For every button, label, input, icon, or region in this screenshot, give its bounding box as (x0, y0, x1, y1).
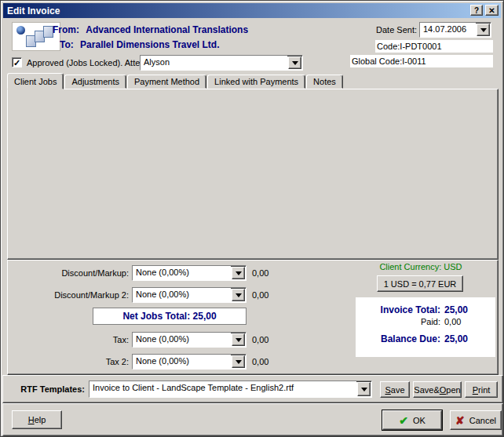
chevron-down-icon (236, 293, 242, 300)
discount-markup-dropdown-button[interactable] (232, 267, 245, 279)
title-bar: Edit Invoice (3, 3, 501, 18)
discount-markup2-dropdown-button[interactable] (232, 289, 245, 301)
tax2-combobox[interactable]: None (0,00%) (132, 354, 247, 370)
to-value: Parallel Dimensions Travel Ltd. (80, 39, 219, 50)
client-jobs-tab-page (7, 89, 499, 260)
rtf-template-dropdown-button[interactable] (357, 382, 371, 396)
chevron-down-icon (236, 360, 242, 367)
paid-value: 0,00 (440, 316, 461, 328)
chevron-down-icon (292, 61, 298, 68)
from-line: From: Advanced International Translation… (53, 24, 248, 35)
discount-markup-label: Discount/Markup: (7, 268, 129, 278)
tax-label: Tax: (7, 335, 129, 344)
invoice-total-value: 25,00 (440, 304, 468, 316)
attention-value: Alyson (141, 56, 287, 70)
print-button[interactable]: Print (465, 381, 498, 398)
from-label: From: (53, 24, 79, 35)
invoice-totals-box: Invoice Total: 25,00 Paid: 0,00 Balance … (356, 297, 495, 357)
check-icon: ✓ (13, 59, 20, 67)
client-currency-label: Client Currency: USD (346, 262, 495, 271)
discount-markup-value: None (0,00%) (133, 266, 231, 280)
exchange-rate-button[interactable]: 1 USD = 0,77 EUR (377, 275, 463, 292)
discount-markup2-value: None (0,00%) (133, 288, 231, 302)
window-close-button[interactable]: ✕ (485, 5, 499, 16)
chevron-down-icon (236, 338, 242, 345)
tax2-value: None (0,00%) (133, 355, 231, 369)
invoice-code-field[interactable]: Code:I-PDT0001 (375, 40, 493, 53)
discount-markup2-amount: 0,00 (252, 290, 268, 300)
date-sent-label: Date Sent: (331, 25, 417, 35)
rtf-template-combobox[interactable]: Invoice to Client - LandScape Template -… (89, 381, 372, 398)
window-title: Edit Invoice (7, 5, 60, 16)
save-and-open-button[interactable]: Save&Open (413, 381, 462, 398)
help-button[interactable]: Help (12, 410, 62, 429)
rtf-templates-label: RTF Templates: (7, 384, 85, 394)
date-sent-combobox[interactable]: 14.07.2006 (419, 22, 491, 38)
balance-due-value: 25,00 (440, 333, 468, 345)
chevron-down-icon (236, 271, 242, 279)
chevron-down-icon (480, 28, 487, 35)
tax2-amount: 0,00 (252, 357, 268, 366)
to-line: To: Parallel Dimensions Travel Ltd. (60, 39, 220, 50)
approved-checkbox[interactable]: ✓ (12, 57, 22, 67)
chevron-down-icon (361, 388, 367, 395)
to-label: To: (60, 39, 74, 50)
paid-label: Paid: (356, 316, 440, 328)
global-code-field[interactable]: Global Code:I-0011 (350, 55, 493, 67)
ok-button[interactable]: ✔ OK (382, 410, 442, 430)
cancel-label: Cancel (469, 416, 496, 425)
attention-dropdown-button[interactable] (288, 56, 301, 69)
discount-markup-amount: 0,00 (252, 268, 268, 278)
save-button[interactable]: Save (380, 381, 410, 398)
date-sent-value: 14.07.2006 (420, 23, 476, 37)
tab-adjustments[interactable]: Adjustments (64, 75, 126, 89)
balance-due-line: Balance Due: 25,00 (356, 333, 495, 345)
tab-notes[interactable]: Notes (306, 75, 343, 89)
date-sent-dropdown-button[interactable] (477, 24, 490, 36)
tax-amount: 0,00 (252, 335, 268, 344)
close-icon: ✕ (488, 6, 495, 15)
tab-linked-with-payments[interactable]: Linked with Payments (207, 75, 305, 89)
net-jobs-total-box: Net Jobs Total: 25,00 (93, 308, 247, 325)
tax-combobox[interactable]: None (0,00%) (132, 332, 247, 348)
tab-client-jobs[interactable]: Client Jobs (7, 73, 64, 89)
paid-line: Paid: 0,00 (356, 316, 495, 328)
edit-invoice-dialog: Edit Invoice ? ✕ From: Advanced Internat… (0, 0, 504, 437)
from-value: Advanced International Translations (86, 24, 248, 35)
ok-label: OK (413, 416, 425, 425)
globe-icon (16, 26, 25, 35)
balance-due-label: Balance Due: (356, 333, 440, 345)
tax2-label: Tax 2: (7, 357, 129, 366)
rtf-template-value: Invoice to Client - LandScape Template -… (89, 381, 356, 397)
invoice-total-label: Invoice Total: (356, 304, 440, 316)
tax2-dropdown-button[interactable] (232, 355, 245, 368)
window-help-button[interactable]: ? (470, 5, 483, 16)
tab-strip: Client Jobs Adjustments Payment Method L… (7, 72, 344, 89)
check-icon: ✔ (399, 416, 408, 425)
discount-markup2-combobox[interactable]: None (0,00%) (132, 287, 247, 303)
attention-combobox[interactable]: Alyson (140, 55, 303, 71)
cancel-button[interactable]: ✘ Cancel (450, 410, 502, 430)
tab-payment-method[interactable]: Payment Method (127, 75, 206, 89)
invoice-total-line: Invoice Total: 25,00 (356, 304, 495, 316)
tax-value: None (0,00%) (133, 333, 231, 347)
x-icon: ✘ (455, 416, 465, 425)
tax-dropdown-button[interactable] (232, 333, 245, 346)
question-icon: ? (474, 6, 479, 15)
discount-markup-combobox[interactable]: None (0,00%) (132, 265, 247, 281)
discount-markup2-label: Discount/Markup 2: (7, 290, 129, 300)
